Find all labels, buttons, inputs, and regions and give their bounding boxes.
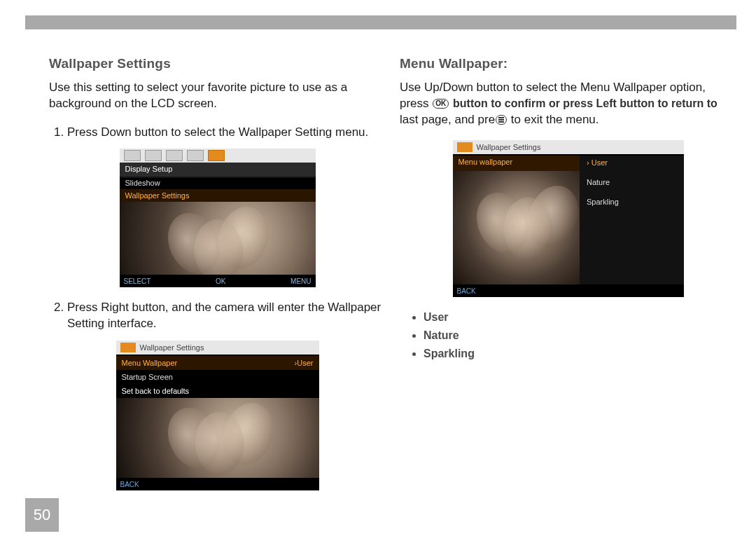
shot2-title: Wallpaper Settings bbox=[116, 341, 319, 355]
screenshot-menu-wallpaper-options: Wallpaper Settings Menu wallpaper User N… bbox=[453, 140, 684, 297]
option-sparkling: Sparkling bbox=[580, 195, 684, 214]
option-user: User bbox=[580, 156, 684, 175]
footer-back-label: BACK bbox=[120, 480, 139, 490]
row-label: Menu Wallpaper bbox=[122, 358, 178, 369]
header-stripe bbox=[25, 15, 736, 29]
footer-select-label: SELECT bbox=[124, 277, 151, 287]
shot2-title-text: Wallpaper Settings bbox=[140, 343, 204, 353]
shot1-header: Display Setup bbox=[120, 163, 316, 178]
shot1-background bbox=[120, 202, 316, 275]
shot3-right-col: User Nature Sparkling bbox=[580, 156, 684, 284]
para-d: to exit the menu. bbox=[511, 113, 599, 126]
tab-icon bbox=[187, 150, 204, 161]
step-2: Press Right button, and the camera will … bbox=[67, 300, 386, 332]
shot3-background bbox=[453, 171, 580, 284]
intro-text: Use this setting to select your favorite… bbox=[49, 80, 386, 112]
bullet-user: User bbox=[424, 310, 736, 325]
shot1-footer: SELECT OK MENU bbox=[120, 275, 316, 287]
right-column: Menu Wallpaper: Use Up/Down button to se… bbox=[400, 55, 736, 503]
shot3-footer: BACK bbox=[453, 284, 684, 297]
option-nature: Nature bbox=[580, 175, 684, 195]
shot2-row-defaults: Set back to defaults bbox=[116, 384, 319, 398]
right-paragraph: Use Up/Down button to select the Menu Wa… bbox=[400, 80, 736, 128]
shot3-title-text: Wallpaper Settings bbox=[477, 142, 541, 153]
steps-list-cont: Press Right button, and the camera will … bbox=[49, 300, 386, 332]
page-content: Wallpaper Settings Use this setting to s… bbox=[49, 55, 736, 503]
options-bullet-list: User Nature Sparkling bbox=[424, 310, 736, 361]
page-number-text: 50 bbox=[34, 506, 50, 524]
ok-button-icon: OK bbox=[433, 99, 449, 109]
footer-back-label: BACK bbox=[457, 287, 476, 296]
steps-list: Press Down button to select the Wallpape… bbox=[49, 125, 386, 141]
tab-icon bbox=[166, 150, 183, 161]
screenshot-wallpaper-settings: Wallpaper Settings Menu Wallpaper ›User … bbox=[116, 341, 319, 490]
bullet-nature: Nature bbox=[424, 328, 736, 343]
heading-wallpaper-settings: Wallpaper Settings bbox=[49, 55, 386, 73]
footer-ok-label: OK bbox=[216, 277, 225, 287]
step-1: Press Down button to select the Wallpape… bbox=[67, 125, 386, 141]
heading-menu-wallpaper: Menu Wallpaper: bbox=[400, 55, 736, 73]
page-number: 50 bbox=[25, 498, 59, 532]
para-c: last page, and pre bbox=[400, 113, 495, 126]
shot2-footer: BACK bbox=[116, 478, 319, 490]
tab-icon bbox=[145, 150, 162, 161]
shot3-left-label: Menu wallpaper bbox=[453, 156, 580, 172]
screenshot-display-setup: Display Setup Slideshow Wallpaper Settin… bbox=[120, 149, 316, 287]
shot2-row-startup: Startup Screen bbox=[116, 370, 319, 384]
shot2-row-menu-wallpaper: Menu Wallpaper ›User bbox=[116, 356, 319, 370]
left-column: Wallpaper Settings Use this setting to s… bbox=[49, 55, 386, 503]
shot3-title: Wallpaper Settings bbox=[453, 140, 684, 154]
shot2-background bbox=[116, 398, 319, 478]
menu-button-icon bbox=[496, 115, 507, 125]
para-b: button to confirm or press Left button t… bbox=[453, 97, 718, 109]
tab-icon bbox=[124, 150, 141, 161]
bullet-sparkling: Sparkling bbox=[424, 346, 736, 362]
footer-menu-label: MENU bbox=[290, 277, 311, 287]
badge-icon bbox=[120, 343, 136, 352]
badge-icon bbox=[457, 142, 472, 152]
tab-icon-active bbox=[208, 150, 225, 161]
shot1-tabbar bbox=[120, 149, 316, 163]
row-value: ›User bbox=[295, 358, 314, 369]
